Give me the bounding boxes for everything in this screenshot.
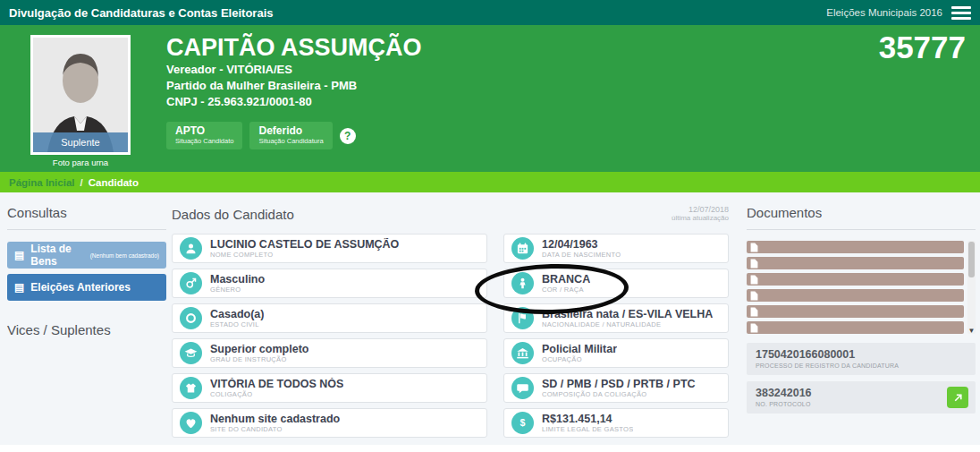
help-icon[interactable]: ? xyxy=(340,128,356,144)
user-icon xyxy=(180,237,202,260)
document-icon xyxy=(750,243,758,252)
process-number: 1750420166080001 xyxy=(756,348,967,362)
document-icon xyxy=(750,291,758,301)
protocol-row: 383242016 NO. PROTOCOLO xyxy=(747,381,976,414)
card-genero: MasculinoGÊNERO xyxy=(172,269,487,298)
person-icon xyxy=(511,272,534,294)
breadcrumb: Página Inicial / Candidato xyxy=(0,172,980,192)
graduation-cap-icon xyxy=(180,342,202,364)
calendar-icon xyxy=(511,237,534,260)
documents-title: Documentos xyxy=(747,205,976,220)
content-area: Consultas ▤ Lista de Bens (Nenhum bem ca… xyxy=(0,192,980,445)
sidebar-item-note: (Nenhum bem cadastrado) xyxy=(90,252,159,259)
ballot-number: 35777 xyxy=(879,30,966,65)
candidacy-status-badge: Deferido Situação Candidatura xyxy=(249,122,332,149)
card-composicao-coligacao: SD / PMB / PSD / PRTB / PTCCOMPOSIÇÃO DA… xyxy=(503,373,729,403)
document-icon xyxy=(750,259,758,269)
document-icon xyxy=(750,307,758,317)
document-item[interactable] xyxy=(747,241,964,253)
card-nacionalidade: Brasileira nata / ES-VILA VELHANACIONALI… xyxy=(503,303,729,333)
external-link-icon[interactable] xyxy=(947,387,968,408)
card-limite-gastos: $ R$131.451,14LIMITE LEGAL DE GASTOS xyxy=(503,408,729,438)
candidate-status-badge: APTO Situação Candidato xyxy=(166,122,242,149)
document-item[interactable] xyxy=(747,257,964,269)
card-data-de-nascimento: 12/04/1963DATA DE NASCIMENTO xyxy=(503,234,729,263)
document-item[interactable] xyxy=(747,289,964,302)
process-row: 1750420166080001 PROCESSO DE REGISTRO DA… xyxy=(747,343,976,375)
document-item[interactable] xyxy=(747,321,964,334)
candidate-name: CAPITÃO ASSUMÇÃO xyxy=(166,33,422,62)
protocol-number: 383242016 xyxy=(756,387,967,400)
menu-icon[interactable] xyxy=(951,6,971,20)
breadcrumb-separator: / xyxy=(80,177,83,188)
scrollbar-thumb[interactable] xyxy=(968,242,975,277)
card-nome-completo: LUCINIO CASTELO DE ASSUMÇÃONOME COMPLETO xyxy=(172,234,487,263)
breadcrumb-current: Candidato xyxy=(89,177,139,188)
candidate-cnpj: CNPJ - 25.963.921/0001-80 xyxy=(166,94,422,110)
candidate-party: Partido da Mulher Brasileira - PMB xyxy=(166,78,422,94)
flag-icon xyxy=(511,307,534,329)
document-icon xyxy=(750,323,758,333)
card-estado-civil: Casado(a)ESTADO CIVIL xyxy=(172,303,487,333)
svg-text:$: $ xyxy=(520,417,526,428)
documents-scrollbar[interactable]: ▼ xyxy=(967,241,976,334)
speech-bubble-icon xyxy=(511,377,534,399)
card-ocupacao: Policial MilitarOCUPAÇÃO xyxy=(503,338,729,368)
sidebar-item-label: Lista de Bens xyxy=(30,243,89,268)
photo-note: Foto para urna xyxy=(30,158,131,167)
sidebar-item-label: Eleições Anteriores xyxy=(30,281,131,294)
sidebar-title: Consultas xyxy=(7,205,166,220)
elections-label: Eleições Municipais 2016 xyxy=(826,7,942,18)
table-icon: ▤ xyxy=(14,282,24,293)
dollar-icon: $ xyxy=(511,412,534,434)
shirt-icon xyxy=(180,377,202,399)
candidate-office: Vereador - VITÓRIA/ES xyxy=(166,62,422,78)
card-site-do-candidato: Nenhum site cadastradoSITE DO CANDIDATO xyxy=(172,408,487,438)
panel-title: Dados do Candidato xyxy=(172,207,294,222)
table-icon: ▤ xyxy=(14,250,24,260)
card-coligacao: VITÓRIA DE TODOS NÓSCOLIGAÇÃO xyxy=(172,373,487,403)
candidate-data-panel: Dados do Candidato 12/07/2018 última atu… xyxy=(172,205,729,443)
gender-icon xyxy=(180,272,202,294)
candidate-photo: Suplente xyxy=(30,35,131,155)
last-update: 12/07/2018 última atualização xyxy=(672,205,729,222)
document-item[interactable] xyxy=(747,273,964,286)
heart-icon xyxy=(180,412,202,434)
photo-band: Suplente xyxy=(33,132,128,152)
sidebar: Consultas ▤ Lista de Bens (Nenhum bem ca… xyxy=(7,205,166,337)
card-grau-de-instrucao: Superior completoGRAU DE INSTRUÇÃO xyxy=(172,338,487,368)
document-icon xyxy=(750,275,758,285)
ring-icon xyxy=(180,307,202,329)
top-bar: Divulgação de Candidaturas e Contas Elei… xyxy=(0,0,980,25)
card-cor-raca: BRANCACOR / RAÇA xyxy=(503,269,729,298)
document-item[interactable] xyxy=(747,305,964,318)
bank-icon xyxy=(511,342,534,364)
sidebar-item-lista-de-bens[interactable]: ▤ Lista de Bens (Nenhum bem cadastrado) xyxy=(7,242,166,269)
sidebar-item-eleicoes-anteriores[interactable]: ▤ Eleições Anteriores xyxy=(7,274,166,301)
documents-list: ▼ xyxy=(747,241,976,334)
breadcrumb-home-link[interactable]: Página Inicial xyxy=(9,177,75,188)
candidate-header: Suplente Foto para urna CAPITÃO ASSUMÇÃO… xyxy=(0,25,980,172)
documents-panel: Documentos ▼ 1750420166080001 PROCESSO D… xyxy=(747,205,976,420)
scroll-down-icon[interactable]: ▼ xyxy=(967,328,976,335)
candidate-photo-block: Suplente Foto para urna xyxy=(30,35,131,167)
app-title: Divulgação de Candidaturas e Contas Elei… xyxy=(9,6,273,20)
sidebar-secondary-title: Vices / Suplentes xyxy=(7,322,166,337)
